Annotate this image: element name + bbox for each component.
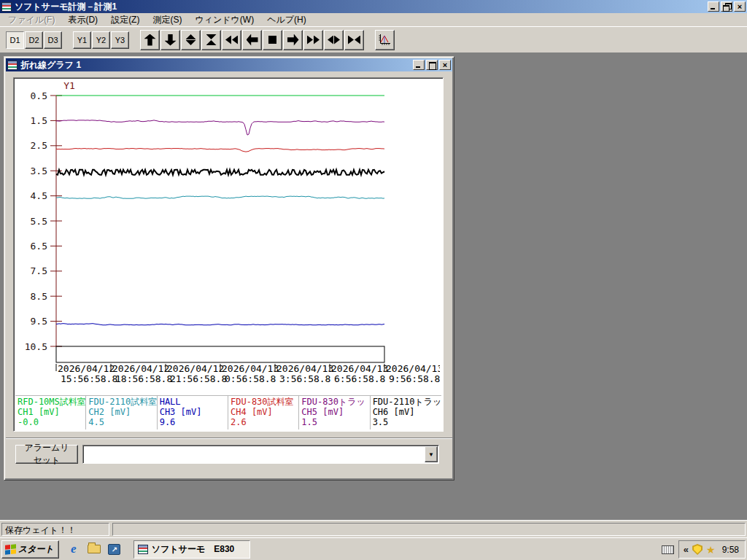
graph-titlebar[interactable]: 折れ線グラフ 1 ×	[6, 58, 452, 71]
legend-value-CH4: 2.6	[231, 417, 298, 427]
graph-window-icon	[7, 61, 18, 70]
separator	[6, 438, 452, 439]
status-bar: 保存ウェイト！！	[0, 520, 747, 537]
quick-launch-bar: e ↗	[66, 542, 122, 556]
mdi-area: 折れ線グラフ 1 × Y10.51.52.53.54.55.56.57.58.5…	[0, 53, 747, 520]
menu-item-4[interactable]: ウィンドウ(W)	[188, 12, 260, 28]
line-chart: Y10.51.52.53.54.55.56.57.58.59.510.52026…	[14, 78, 440, 394]
y-axis-title: Y1	[63, 80, 75, 91]
task-button-softthermo[interactable]: ソフトサーモ E830	[133, 540, 250, 559]
legend-col-CH6: FDU-2110トラッCH6 [mV]3.5	[371, 396, 441, 429]
collapse-horizontal-button[interactable]	[344, 30, 364, 50]
window-launcher-icon[interactable]: ↗	[107, 542, 122, 556]
expand-vertical-button[interactable]	[181, 30, 201, 50]
legend-name-CH2: FDU-2110試料室	[88, 397, 156, 407]
task-button-label: ソフトサーモ E830	[152, 543, 234, 556]
alarm-row: アラームリセット ▼	[4, 445, 454, 465]
internet-explorer-icon[interactable]: e	[66, 542, 81, 556]
legend-name-CH3: HALL	[160, 397, 228, 407]
fast-forward-button[interactable]	[303, 30, 323, 50]
task-app-icon	[138, 545, 148, 554]
y-tick-label: 8.5	[31, 291, 47, 302]
legend-value-CH1: -0.0	[18, 417, 85, 427]
trace-CH3	[56, 324, 384, 325]
channel-legend-table: RFD-10MS試料室CH1 [mV]-0.0FDU-2110試料室CH2 [m…	[15, 395, 441, 429]
menu-item-1[interactable]: 表示(D)	[61, 12, 104, 28]
menu-item-2[interactable]: 設定(Z)	[104, 12, 146, 28]
menu-item-0: ファイル(F)	[1, 12, 61, 28]
legend-name-CH5: FDU-830トラッ	[301, 397, 369, 407]
x-tick-date: 2026/04/13	[331, 363, 388, 374]
legend-col-CH5: FDU-830トラッCH5 [mV]1.5	[299, 396, 370, 429]
menu-item-5[interactable]: ヘルプ(H)	[260, 12, 313, 28]
legend-channel-CH6: CH6 [mV]	[373, 407, 441, 417]
keyboard-icon[interactable]	[662, 545, 674, 554]
down-arrow-button[interactable]	[160, 30, 180, 50]
alarm-combobox-value[interactable]	[83, 446, 424, 463]
x-tick-date: 2026/04/13	[222, 363, 279, 374]
y-tick-label: 10.5	[25, 341, 47, 352]
legend-channel-CH3: CH3 [mV]	[160, 407, 228, 417]
alarm-reset-button[interactable]: アラームリセット	[15, 445, 78, 464]
legend-col-CH1: RFD-10MS試料室CH1 [mV]-0.0	[15, 396, 86, 429]
yaxis-y2-button[interactable]: Y2	[92, 31, 110, 49]
tray-chevron-icon[interactable]: «	[684, 544, 689, 555]
display-d2-button[interactable]: D2	[25, 31, 43, 49]
security-shield-icon[interactable]	[692, 544, 703, 555]
up-arrow-button[interactable]	[140, 30, 160, 50]
collapse-vertical-button[interactable]	[201, 30, 221, 50]
restore-button[interactable]	[721, 1, 732, 12]
chart-icon	[378, 34, 392, 46]
x-tick-time: 6:56:58.8	[334, 373, 385, 384]
main-titlebar: ソフトサーモ計測－計測1 ×	[0, 0, 747, 13]
yaxis-y1-button[interactable]: Y1	[73, 31, 91, 49]
expand-horizontal-button[interactable]	[324, 30, 344, 50]
graph-minimize-button[interactable]	[413, 60, 425, 70]
chart-panel: Y10.51.52.53.54.55.56.57.58.59.510.52026…	[13, 77, 444, 432]
x-tick-date: 2026/04/13	[386, 363, 440, 374]
stop-button[interactable]	[263, 30, 282, 50]
transport-button-group	[140, 30, 365, 50]
alarm-combobox[interactable]: ▼	[82, 445, 439, 464]
legend-value-CH2: 4.5	[88, 417, 156, 427]
graph-settings-button[interactable]	[375, 30, 395, 50]
step-right-button[interactable]	[283, 30, 303, 50]
trace-CH4	[56, 149, 384, 152]
y-tick-label: 1.5	[31, 115, 47, 126]
menu-item-3[interactable]: 測定(S)	[146, 12, 188, 28]
legend-col-CH3: HALLCH3 [mV]9.6	[158, 396, 228, 429]
legend-name-CH1: RFD-10MS試料室	[18, 397, 85, 407]
trace-CH5	[56, 120, 384, 135]
status-panel-secondary	[112, 523, 746, 536]
minimize-button[interactable]	[708, 1, 719, 12]
display-d3-button[interactable]: D3	[44, 31, 62, 49]
status-message: 保存ウェイト！！	[1, 523, 109, 536]
legend-value-CH5: 1.5	[301, 417, 369, 427]
display-button-group: D1D2D3	[6, 31, 63, 49]
y-tick-label: 7.5	[31, 265, 47, 276]
folder-icon[interactable]	[87, 542, 101, 556]
close-button[interactable]: ×	[734, 1, 746, 12]
step-left-button[interactable]	[242, 30, 262, 50]
x-tick-time: 3:56:58.8	[279, 373, 330, 384]
trace-CH6	[56, 170, 384, 175]
legend-value-CH3: 9.6	[160, 417, 228, 427]
legend-value-CH6: 3.5	[373, 417, 441, 427]
chevron-down-icon[interactable]: ▼	[425, 446, 438, 462]
x-tick-date: 2026/04/12	[112, 363, 169, 374]
system-tray: « ★ 9:58	[678, 540, 746, 559]
x-tick-time: 9:56:58.8	[389, 373, 440, 384]
graph-close-button[interactable]: ×	[439, 60, 451, 70]
yaxis-y3-button[interactable]: Y3	[111, 31, 129, 49]
fast-rewind-button[interactable]	[222, 30, 241, 50]
y-tick-label: 2.5	[31, 140, 47, 151]
x-tick-time: 0:56:58.8	[225, 373, 276, 384]
graph-window: 折れ線グラフ 1 × Y10.51.52.53.54.55.56.57.58.5…	[4, 56, 454, 481]
main-window: ソフトサーモ計測－計測1 × ファイル(F)表示(D)設定(Z)測定(S)ウィン…	[0, 0, 747, 560]
display-d1-button[interactable]: D1	[6, 31, 24, 49]
y-tick-label: 5.5	[31, 216, 47, 227]
star-icon[interactable]: ★	[706, 545, 716, 555]
graph-maximize-button[interactable]	[426, 60, 438, 70]
app-icon	[1, 2, 12, 12]
start-button[interactable]: スタート	[1, 540, 59, 559]
